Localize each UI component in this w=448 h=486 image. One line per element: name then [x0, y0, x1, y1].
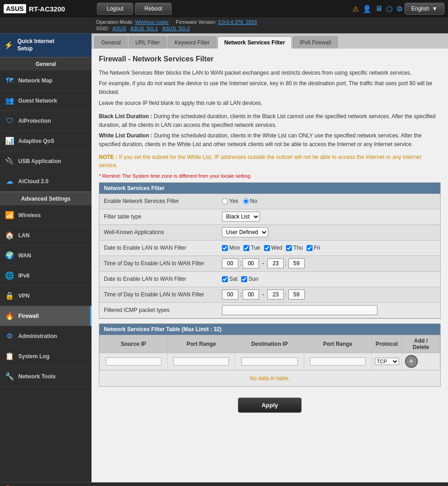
cb-fri-label[interactable]: Fri	[307, 245, 320, 251]
cell-add-delete: +	[402, 353, 440, 370]
radio-yes-label[interactable]: Yes	[222, 198, 238, 204]
well-known-select[interactable]: User Defined FTP HTTP HTTPS SMTP POP3	[222, 227, 268, 237]
tab-ipv6-firewall[interactable]: IPv6 Firewall	[293, 36, 338, 49]
sidebar-item-administration[interactable]: ⚙ Administration	[0, 326, 92, 346]
sidebar-item-network-tools[interactable]: 🔧 Network Tools	[0, 366, 92, 387]
time-we-end-h[interactable]	[267, 289, 284, 300]
notification-icon[interactable]: ⚠	[352, 5, 359, 13]
reboot-button[interactable]: Reboot	[135, 3, 172, 15]
tab-network-services-filter[interactable]: Network Services Filter	[217, 36, 292, 49]
ssid-1[interactable]: ASUS	[113, 26, 126, 31]
cb-thu[interactable]	[286, 245, 292, 251]
sidebar-item-wan[interactable]: 🌍 WAN	[0, 246, 92, 266]
fw-version-value[interactable]: 3.0.0.4.378_2816	[218, 19, 257, 25]
user-icon[interactable]: 👤	[362, 5, 372, 13]
sidebar-item-lan[interactable]: 🏠 LAN	[0, 225, 92, 246]
sidebar-item-wireless[interactable]: 📶 Wireless	[0, 205, 92, 225]
filter-section-header: Network Services Filter	[99, 183, 440, 194]
filter-row-time-weekdays: Time of Day to Enable LAN to WAN Filter …	[99, 256, 440, 272]
tab-general[interactable]: General	[94, 36, 128, 49]
sidebar-item-network-map[interactable]: 🗺 Network Map	[0, 71, 92, 91]
radio-no[interactable]	[243, 198, 249, 204]
add-row-button[interactable]: +	[405, 355, 418, 368]
general-header: General	[0, 57, 92, 71]
sidebar-item-ipv6[interactable]: 🌐 IPv6	[0, 266, 92, 286]
radio-no-label[interactable]: No	[243, 198, 257, 204]
adaptive-qos-icon: 📊	[5, 137, 15, 145]
table-type-label: Filter table type	[99, 211, 218, 223]
bottom-bar: ❓ Help & Support Manual | Utility FAQ	[0, 482, 448, 486]
time-we-start-m[interactable]	[243, 289, 259, 300]
time-wd-end-h[interactable]	[267, 258, 284, 268]
sidebar-item-aicloud[interactable]: ☁ AiCloud 2.0	[0, 171, 92, 191]
input-port-range-1[interactable]	[173, 357, 229, 366]
time-wd-end-m[interactable]	[288, 258, 305, 268]
network-map-icon: 🗺	[5, 76, 15, 85]
quick-setup-label: Quick InternetSetup	[17, 38, 54, 52]
settings-icon[interactable]: ⚙	[396, 5, 403, 13]
cb-sun-label[interactable]: Sun	[241, 276, 258, 282]
cell-port-range-2	[304, 353, 372, 370]
filter-row-date-weekdays: Date to Enable LAN to WAN Filter Mon Tue…	[99, 240, 440, 256]
time-we-end-m[interactable]	[288, 289, 305, 300]
cb-wed-label[interactable]: Wed	[264, 245, 282, 251]
cb-thu-label[interactable]: Thu	[286, 245, 303, 251]
cb-sat[interactable]	[222, 276, 228, 282]
no-data-text: No data in table.	[99, 370, 440, 386]
apply-button[interactable]: Apply	[238, 398, 301, 413]
guest-network-label: Guest Network	[18, 98, 57, 104]
usb-icon[interactable]: ⬡	[386, 5, 393, 13]
sidebar-item-vpn[interactable]: 🔒 VPN	[0, 286, 92, 306]
sidebar-item-firewall[interactable]: 🔥 Firewall	[0, 306, 92, 326]
administration-label: Administration	[18, 333, 57, 339]
icmp-input[interactable]	[222, 305, 378, 315]
ssid-3[interactable]: ASUS_5G-2	[162, 26, 190, 31]
tab-url-filter[interactable]: URL Filter	[129, 36, 167, 49]
note-label: NOTE :	[99, 154, 118, 160]
op-mode-value[interactable]: Wireless router	[135, 19, 169, 25]
data-table-header: Network Services Filter Table (Max Limit…	[99, 324, 440, 335]
cb-tue[interactable]	[243, 245, 249, 251]
cell-dest-ip	[235, 353, 304, 370]
col-protocol: Protocol	[372, 335, 402, 353]
input-source-ip[interactable]	[106, 357, 162, 366]
firewall-label: Firewall	[18, 313, 39, 319]
asus-logo: ASUS	[4, 4, 26, 13]
op-mode-label: Operation Mode:	[96, 19, 134, 25]
sidebar-item-adaptive-qos[interactable]: 📊 Adaptive QoS	[0, 131, 92, 151]
cb-wed[interactable]	[264, 245, 270, 251]
monitor-icon[interactable]: 🖥	[375, 5, 383, 13]
logout-button[interactable]: Logout	[97, 3, 133, 15]
cb-sun[interactable]	[241, 276, 247, 282]
wan-label: WAN	[18, 252, 31, 259]
lan-icon: 🏠	[5, 231, 15, 240]
aicloud-icon: ☁	[5, 177, 15, 186]
filter-table-type-select[interactable]: Black List White List	[222, 212, 260, 222]
tab-keyword-filter[interactable]: Keyword Filter	[167, 36, 216, 49]
time-dash: -	[262, 260, 264, 267]
language-button[interactable]: English ▼	[405, 3, 444, 15]
cb-fri[interactable]	[307, 245, 313, 251]
input-dest-ip[interactable]	[241, 357, 298, 366]
sidebar-item-system-log[interactable]: 📋 System Log	[0, 346, 92, 366]
cb-tue-label[interactable]: Tue	[243, 245, 260, 251]
cb-mon[interactable]	[222, 245, 228, 251]
sidebar-item-guest-network[interactable]: 👥 Guest Network	[0, 91, 92, 111]
time-we-start-h[interactable]	[222, 289, 238, 300]
quick-internet-setup[interactable]: ⚡ Quick InternetSetup	[0, 33, 92, 57]
data-table-section: Network Services Filter Table (Max Limit…	[99, 323, 441, 387]
ssid-2[interactable]: ASUS_5G-1	[130, 26, 158, 31]
sidebar-item-usb-application[interactable]: 🔌 USB Application	[0, 151, 92, 171]
sidebar-item-aiprotection[interactable]: 🛡 AiProtection	[0, 111, 92, 131]
date-weekdays-control: Mon Tue Wed Thu Fri	[218, 243, 440, 253]
radio-yes[interactable]	[222, 198, 228, 204]
protocol-select[interactable]: TCP UDP BOTH	[375, 358, 399, 365]
cb-mon-label[interactable]: Mon	[222, 245, 240, 251]
time-wd-start-m[interactable]	[243, 258, 259, 268]
input-port-range-2[interactable]	[310, 357, 365, 366]
whitelist-duration: White List Duration : During the schedul…	[99, 131, 441, 149]
col-port-range-2: Port Range	[304, 335, 372, 353]
tabs: General URL Filter Keyword Filter Networ…	[92, 33, 448, 49]
time-wd-start-h[interactable]	[222, 258, 238, 268]
cb-sat-label[interactable]: Sat	[222, 276, 237, 282]
